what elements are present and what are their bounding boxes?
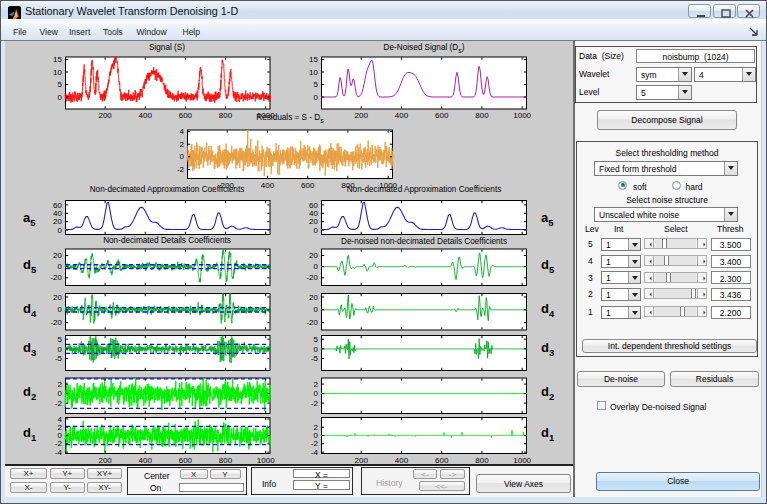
svg-text:200: 200 <box>355 111 369 120</box>
svg-text:10: 10 <box>53 68 62 77</box>
svg-text:5: 5 <box>58 80 63 89</box>
svg-text:0: 0 <box>180 152 185 161</box>
svg-text:20: 20 <box>53 251 62 260</box>
svg-text:800: 800 <box>475 111 489 120</box>
svg-text:0: 0 <box>58 93 63 102</box>
svg-text:5: 5 <box>314 335 319 344</box>
svg-text:-20: -20 <box>50 273 62 282</box>
svg-text:-5: -5 <box>55 354 63 363</box>
svg-text:20: 20 <box>53 293 62 302</box>
svg-text:15: 15 <box>309 55 318 64</box>
svg-text:0: 0 <box>314 226 319 235</box>
svg-text:0: 0 <box>314 345 319 354</box>
svg-text:5: 5 <box>314 80 319 89</box>
svg-text:0: 0 <box>58 305 63 314</box>
svg-text:-5: -5 <box>311 354 319 363</box>
svg-text:5: 5 <box>58 335 63 344</box>
svg-text:600: 600 <box>179 111 193 120</box>
svg-text:-20: -20 <box>306 273 318 282</box>
svg-text:-4: -4 <box>55 448 63 457</box>
svg-text:10: 10 <box>309 68 318 77</box>
svg-text:400: 400 <box>261 181 275 190</box>
svg-text:0: 0 <box>314 389 319 398</box>
svg-text:20: 20 <box>309 293 318 302</box>
svg-text:200: 200 <box>98 111 112 120</box>
svg-text:800: 800 <box>219 111 233 120</box>
svg-text:-2: -2 <box>311 399 319 408</box>
svg-text:600: 600 <box>301 181 315 190</box>
svg-text:-20: -20 <box>50 318 62 327</box>
svg-text:2: 2 <box>180 140 185 149</box>
svg-text:0: 0 <box>58 262 63 271</box>
svg-text:0: 0 <box>314 305 319 314</box>
svg-text:400: 400 <box>395 111 409 120</box>
svg-text:2: 2 <box>58 380 63 389</box>
svg-text:0: 0 <box>58 389 63 398</box>
svg-text:0: 0 <box>314 262 319 271</box>
svg-text:0: 0 <box>314 93 319 102</box>
svg-text:-20: -20 <box>306 318 318 327</box>
svg-text:15: 15 <box>53 55 62 64</box>
svg-text:20: 20 <box>309 251 318 260</box>
svg-text:400: 400 <box>139 111 153 120</box>
svg-text:0: 0 <box>58 226 63 235</box>
svg-text:-2: -2 <box>177 165 185 174</box>
svg-text:-4: -4 <box>311 448 319 457</box>
svg-text:4: 4 <box>180 127 185 136</box>
svg-text:600: 600 <box>435 111 449 120</box>
svg-text:2: 2 <box>314 380 319 389</box>
svg-text:1000: 1000 <box>513 111 531 120</box>
svg-text:-2: -2 <box>55 399 63 408</box>
svg-text:0: 0 <box>58 345 63 354</box>
